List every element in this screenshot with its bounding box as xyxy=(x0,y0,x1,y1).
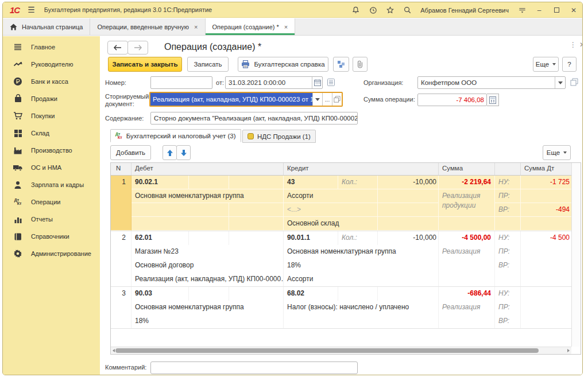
debit-analytics[interactable] xyxy=(131,203,229,217)
credit-analytics[interactable]: Ассорти xyxy=(284,189,378,203)
sidebar-item-11[interactable]: Справочники xyxy=(3,228,100,245)
pr-value[interactable] xyxy=(521,245,572,259)
sidebar-item-6[interactable]: Производство xyxy=(3,142,100,159)
calendar-icon[interactable] xyxy=(312,77,322,88)
debit-analytics[interactable]: Реализация (акт, накладная, УПД) КП00-00… xyxy=(131,273,284,286)
move-up-button[interactable] xyxy=(163,145,177,160)
credit-analytics[interactable]: Основной склад xyxy=(284,217,378,231)
operation-description[interactable]: Реализация товаров xyxy=(439,245,495,259)
nu-label[interactable]: НУ: xyxy=(495,287,521,301)
debit-qty-value[interactable] xyxy=(229,287,284,301)
sidebar-item-5[interactable]: Склад xyxy=(3,125,100,142)
col-debit[interactable]: Дебет xyxy=(131,163,284,175)
row-number[interactable]: 1 xyxy=(111,176,131,231)
horizontal-scrollbar[interactable] xyxy=(111,347,571,354)
posting-row-1[interactable]: 190.02.143Кол.:-10,000-2 219,64НУ:-1 725… xyxy=(111,176,581,231)
debit-analytics[interactable] xyxy=(131,217,229,231)
tax-spacer[interactable] xyxy=(495,273,521,286)
accounting-reference-button[interactable]: Бухгалтерская справка xyxy=(238,57,328,72)
minimize-button[interactable]: – xyxy=(531,6,548,14)
vr-value[interactable]: -494 xyxy=(521,203,572,217)
credit-account[interactable]: 68.02 xyxy=(284,287,338,301)
sidebar-item-12[interactable]: Администрирование xyxy=(3,245,100,262)
debit-qty-label[interactable] xyxy=(189,231,229,245)
debit-qty-value[interactable] xyxy=(229,231,284,245)
organization-dropdown-icon[interactable] xyxy=(555,77,565,88)
debit-spacer[interactable] xyxy=(229,217,284,231)
row-number[interactable]: 2 xyxy=(111,231,131,286)
sidebar-item-2[interactable]: Банк и касса xyxy=(3,73,100,90)
credit-analytics[interactable]: Основная номенклатурная группа xyxy=(284,245,439,259)
operation-sum-input[interactable]: -7 406,08 xyxy=(417,94,487,106)
sidebar-item-1[interactable]: Руководителю xyxy=(3,56,100,73)
nu-value[interactable] xyxy=(521,287,572,301)
tax-spacer[interactable] xyxy=(521,217,572,231)
sidebar-item-3[interactable]: Продажи xyxy=(3,90,100,107)
nu-value[interactable]: -4 500 xyxy=(521,231,572,245)
app-tab-1[interactable]: Операция (создание) *× xyxy=(206,18,296,35)
number-input[interactable] xyxy=(150,76,212,89)
horizontal-scrollbar-thumb[interactable] xyxy=(115,348,539,353)
sum-spacer[interactable] xyxy=(439,273,495,286)
save-button[interactable]: Записать xyxy=(187,57,229,72)
sum-value[interactable]: -2 219,64 xyxy=(439,176,495,189)
nu-label[interactable]: НУ: xyxy=(495,231,521,245)
debit-qty-label[interactable] xyxy=(189,287,229,301)
credit-qty-label[interactable] xyxy=(338,287,378,301)
pr-label[interactable]: ПР: xyxy=(495,189,521,203)
vr-label[interactable]: ВР: xyxy=(495,314,521,328)
credit-qty-value[interactable] xyxy=(378,287,439,301)
posting-row-2[interactable]: 262.0190.01.1Кол.:-10,000-4 500,00НУ:-4 … xyxy=(111,231,581,287)
close-window-button[interactable]: ✕ xyxy=(565,6,582,14)
debit-account[interactable]: 62.01 xyxy=(131,231,189,245)
debit-analytics[interactable]: 18% xyxy=(131,314,284,328)
sidebar-item-7[interactable]: ОС и НМА xyxy=(3,159,100,176)
col-sum[interactable]: Сумма xyxy=(439,163,495,175)
debit-account[interactable]: 90.03 xyxy=(131,287,189,301)
search-icon[interactable] xyxy=(399,6,416,14)
help-button[interactable]: ? xyxy=(562,57,577,72)
comment-input[interactable] xyxy=(150,361,358,374)
credit-account[interactable]: 90.01.1 xyxy=(284,231,338,245)
vr-value[interactable] xyxy=(521,314,572,328)
structure-button[interactable] xyxy=(333,57,349,72)
debit-analytics[interactable]: Основная номенклатурная группа xyxy=(131,189,229,203)
posting-row-3[interactable]: 390.0368.02-686,44НУ:Основная номенклату… xyxy=(111,287,581,329)
history-icon[interactable] xyxy=(364,6,381,14)
credit-qty-label[interactable]: Кол.: xyxy=(338,176,378,189)
sidebar-item-9[interactable]: ДтКтОперации xyxy=(3,193,100,211)
sum-spacer[interactable] xyxy=(439,314,495,328)
pr-value[interactable] xyxy=(521,189,572,203)
credit-spacer[interactable] xyxy=(378,203,439,217)
favorites-star-icon[interactable] xyxy=(381,6,399,14)
organization-input[interactable]: Конфетпром ООО xyxy=(417,76,566,89)
calculator-icon[interactable] xyxy=(487,94,499,106)
debit-spacer[interactable] xyxy=(229,189,284,203)
nu-value[interactable]: -1 725 xyxy=(521,176,572,189)
debit-analytics[interactable]: Основной договор xyxy=(131,259,284,273)
debit-spacer[interactable] xyxy=(229,203,284,217)
debit-analytics[interactable]: Магазин №23 xyxy=(131,245,284,259)
credit-analytics[interactable]: 18% xyxy=(284,259,439,273)
credit-spacer[interactable] xyxy=(378,217,439,231)
vr-value[interactable] xyxy=(521,259,572,273)
col-n[interactable]: N xyxy=(111,163,131,175)
save-and-close-button[interactable]: Записать и закрыть xyxy=(108,57,182,72)
notifications-bell-icon[interactable] xyxy=(347,6,364,14)
credit-analytics[interactable]: Ассорти xyxy=(284,273,439,286)
sum-spacer[interactable] xyxy=(439,259,495,273)
tab-home[interactable]: Начальная страница xyxy=(3,18,90,35)
tax-spacer[interactable] xyxy=(521,273,572,286)
vr-label[interactable]: ВР: xyxy=(495,203,521,217)
pr-label[interactable]: ПР: xyxy=(495,301,521,314)
form-menu-dots-icon[interactable]: ⋮ xyxy=(570,41,577,49)
back-button[interactable] xyxy=(107,41,128,55)
forward-button[interactable] xyxy=(127,41,148,55)
debit-qty-label[interactable] xyxy=(189,176,229,189)
operation-description[interactable]: Реализация товаров xyxy=(439,301,495,314)
credit-spacer[interactable] xyxy=(378,189,439,203)
add-row-button[interactable]: Добавить xyxy=(110,145,151,160)
date-list-icon[interactable] xyxy=(327,78,335,87)
debit-analytics[interactable]: Основная номенклатурная группа xyxy=(131,301,284,314)
credit-qty-value[interactable]: -10,000 xyxy=(378,176,439,189)
